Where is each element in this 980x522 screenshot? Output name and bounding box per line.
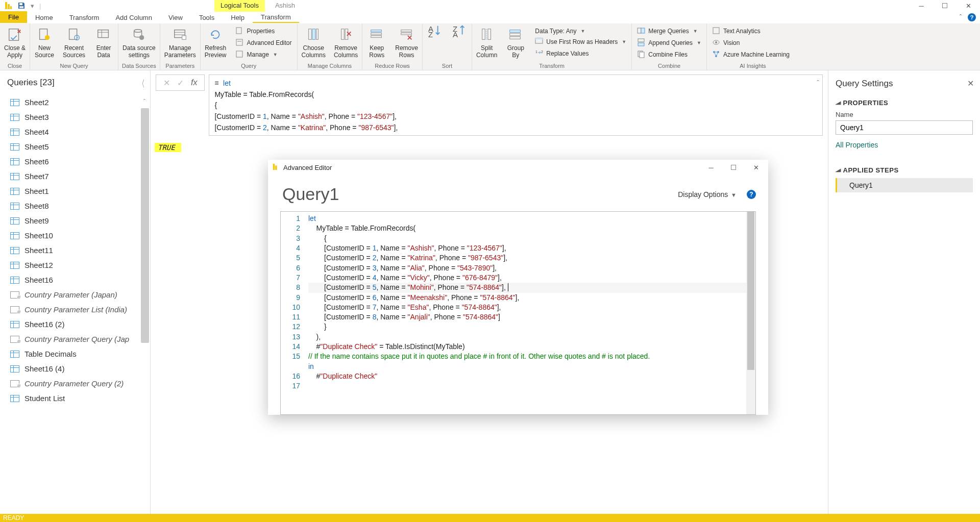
svg-rect-29 [345, 29, 348, 40]
all-properties-link[interactable]: All Properties [836, 141, 973, 149]
query-item[interactable]: Sheet5 [7, 139, 148, 154]
tab-add-column[interactable]: Add Column [107, 11, 160, 23]
keep-rows-button[interactable]: Keep Rows [362, 23, 391, 62]
query-item[interactable]: Country Parameter Query (Jap [7, 332, 148, 346]
query-item[interactable]: Country Parameter (Japan) [7, 287, 148, 302]
adv-close-button[interactable]: ✕ [747, 160, 765, 175]
first-row-headers-button[interactable]: Use First Row as Headers▼ [535, 37, 626, 46]
choose-columns-button[interactable]: Choose Columns [298, 23, 330, 62]
contextual-tab-logical-tools[interactable]: Logical Tools [214, 0, 265, 12]
tab-help[interactable]: Help [223, 11, 253, 23]
data-source-settings-button[interactable]: Data source settings [118, 23, 160, 62]
query-item[interactable]: Country Parameter List (India) [7, 302, 148, 317]
query-item[interactable]: Country Parameter Query (2) [7, 376, 148, 391]
tab-home[interactable]: Home [27, 11, 61, 23]
query-item[interactable]: Sheet8 [7, 198, 148, 213]
query-name-input[interactable] [836, 120, 973, 135]
data-type-button[interactable]: Data Type: Any▼ [535, 28, 626, 35]
query-item[interactable]: Table Decimals [7, 346, 148, 361]
query-item[interactable]: Student List [7, 391, 148, 406]
applied-steps-section[interactable]: ◢APPLIED STEPS [836, 163, 973, 174]
split-column-button[interactable]: Split Column [472, 23, 501, 62]
table-icon [10, 395, 19, 402]
qat-dropdown-icon[interactable]: ▾ [31, 2, 34, 10]
append-queries-button[interactable]: Append Queries▼ [637, 38, 701, 48]
close-window-button[interactable]: ✕ [957, 0, 980, 11]
vision-button[interactable]: Vision [712, 38, 794, 48]
enter-data-button[interactable]: Enter Data [89, 23, 118, 62]
fx-icon[interactable]: fx [191, 78, 197, 87]
name-label: Name [836, 111, 973, 118]
query-item[interactable]: Sheet11 [7, 243, 148, 258]
manage-parameters-button[interactable]: Manage Parameters [160, 23, 200, 62]
text-analytics-button[interactable]: Text Analytics [712, 27, 794, 36]
svg-point-16 [139, 35, 144, 40]
remove-rows-button[interactable]: Remove Rows [391, 23, 422, 62]
maximize-button[interactable] [933, 0, 957, 11]
code-content[interactable]: let MyTable = Table.FromRecords( { [Cust… [305, 212, 755, 414]
recent-sources-button[interactable]: Recent Sources [59, 23, 89, 62]
manage-button[interactable]: Manage▼ [235, 50, 291, 60]
query-item-label: Student List [24, 394, 65, 403]
minimize-button[interactable]: ─ [910, 0, 933, 11]
new-source-button[interactable]: New Source [30, 23, 59, 62]
replace-values-button[interactable]: 12Replace Values [535, 48, 626, 58]
query-item[interactable]: Sheet2 [7, 95, 148, 110]
query-item[interactable]: Sheet1 [7, 184, 148, 198]
remove-columns-button[interactable]: Remove Columns [330, 23, 362, 62]
advanced-editor-window: Advanced Editor ─ ✕ Query1 Display Optio… [268, 160, 768, 415]
tab-view[interactable]: View [160, 11, 191, 23]
azure-ml-button[interactable]: Azure Machine Learning [712, 50, 794, 60]
query-item[interactable]: Sheet16 (4) [7, 361, 148, 376]
query-item[interactable]: Sheet12 [7, 258, 148, 272]
help-icon[interactable]: ? [968, 13, 976, 21]
tab-transform[interactable]: Transform [61, 11, 108, 23]
cancel-formula-icon[interactable]: ✕ [163, 78, 170, 88]
query-item[interactable]: Sheet3 [7, 110, 148, 125]
svg-rect-33 [371, 33, 382, 35]
file-tab[interactable]: File [0, 11, 27, 23]
query-item-label: Sheet5 [24, 142, 49, 151]
merge-queries-button[interactable]: Merge Queries▼ [637, 27, 701, 36]
query-item[interactable]: Sheet9 [7, 213, 148, 228]
refresh-preview-button[interactable]: Refresh Preview [201, 23, 231, 62]
expand-formula-icon[interactable]: ˆ [817, 78, 819, 89]
adv-help-icon[interactable]: ? [747, 190, 756, 199]
group-by-button[interactable]: Group By [501, 23, 530, 62]
query-item[interactable]: Sheet16 [7, 272, 148, 287]
applied-step-item[interactable]: Query1 [836, 178, 973, 192]
collapse-queries-icon[interactable]: 〈 [138, 78, 145, 90]
combine-files-button[interactable]: Combine Files [637, 50, 701, 60]
query-item[interactable]: Sheet10 [7, 228, 148, 243]
properties-button[interactable]: Properties [235, 27, 291, 36]
close-apply-button[interactable]: Close & Apply [0, 23, 30, 62]
queries-header: Queries [23] [7, 76, 148, 95]
advanced-editor-button[interactable]: Advanced Editor [235, 38, 291, 48]
scroll-up-icon[interactable]: ˆ [140, 98, 149, 107]
properties-section[interactable]: ◢PROPERTIES [836, 96, 973, 107]
tab-tools[interactable]: Tools [191, 11, 223, 23]
query-item[interactable]: Sheet16 (2) [7, 317, 148, 332]
tab-transform-context[interactable]: Transform [253, 11, 299, 23]
save-icon[interactable] [17, 2, 26, 10]
collapse-ribbon-icon[interactable]: ˆ [960, 13, 962, 21]
query-item[interactable]: Sheet6 [7, 154, 148, 169]
adv-minimize-button[interactable]: ─ [702, 160, 720, 175]
formula-bar[interactable]: = let MyTable = Table.FromRecords( { [Cu… [209, 74, 823, 136]
svg-rect-48 [510, 37, 521, 39]
editor-scrollbar[interactable] [746, 212, 755, 414]
close-settings-icon[interactable]: ✕ [967, 79, 974, 88]
svg-rect-53 [638, 28, 641, 33]
code-editor[interactable]: 1234567891011121314151617 let MyTable = … [280, 211, 756, 415]
query-item[interactable]: Sheet4 [7, 125, 148, 139]
query-item[interactable]: Sheet7 [7, 169, 148, 184]
adv-maximize-button[interactable] [724, 160, 743, 175]
sort-desc-button[interactable]: ZA [447, 23, 472, 62]
svg-text:1: 1 [535, 50, 537, 54]
display-options-button[interactable]: Display Options ▼ [678, 190, 737, 198]
query-item-label: Sheet4 [24, 128, 49, 136]
accept-formula-icon[interactable]: ✓ [177, 78, 184, 88]
scrollbar-thumb[interactable] [141, 108, 149, 343]
sort-asc-button[interactable]: AZ [423, 23, 447, 62]
table-icon [10, 188, 19, 195]
